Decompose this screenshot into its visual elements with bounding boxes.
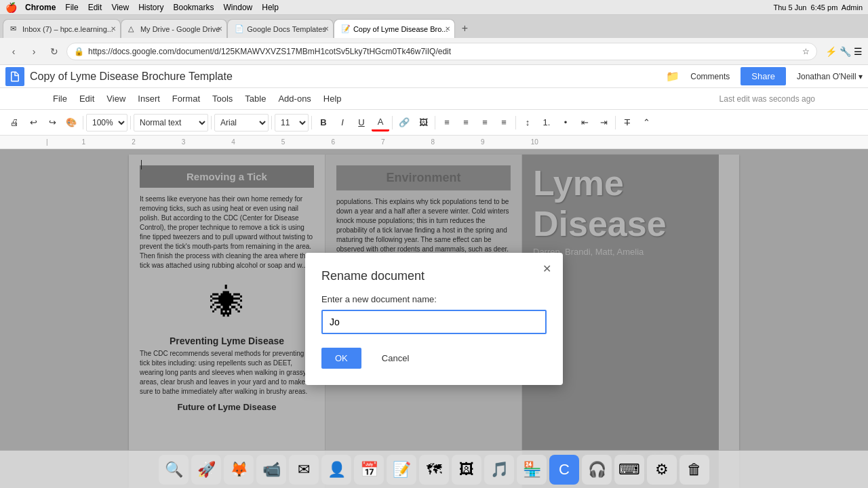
zoom-select[interactable]: 100% (86, 114, 127, 131)
modal-ok-button[interactable]: OK (321, 348, 361, 369)
doc-title[interactable]: Copy of Lyme Disease Brochure Template (30, 70, 660, 83)
mac-menu-history[interactable]: History (138, 3, 163, 12)
dock-system-prefs[interactable]: ⚙ (647, 455, 677, 485)
chrome-toolbar-icons: ⚡ 🔧 ☰ (825, 46, 863, 57)
paint-format-button[interactable]: 🎨 (62, 114, 80, 131)
dock-chrome[interactable]: C (549, 455, 579, 485)
modal-close-button[interactable]: ✕ (538, 261, 555, 277)
link-button[interactable]: 🔗 (395, 114, 413, 131)
mac-menu-bookmarks[interactable]: Bookmarks (174, 3, 214, 12)
fontsize-select[interactable]: 11 (275, 114, 309, 131)
dock-firefox[interactable]: 🦊 (224, 455, 254, 485)
forward-button[interactable]: › (26, 43, 42, 60)
extension-icon-2[interactable]: 🔧 (840, 46, 851, 57)
star-icon[interactable]: ☆ (802, 47, 810, 56)
back-button[interactable]: ‹ (5, 43, 22, 60)
menu-edit[interactable]: Edit (74, 91, 100, 106)
divider-7 (435, 116, 435, 129)
align-right-button[interactable]: ≡ (476, 114, 494, 131)
bold-button[interactable]: B (315, 114, 332, 131)
tab-drive[interactable]: △ My Drive - Google Drive ✕ (121, 19, 227, 38)
dock-terminal[interactable]: ⌨ (614, 455, 644, 485)
underline-button[interactable]: U (353, 114, 370, 131)
rename-input[interactable] (321, 310, 547, 334)
menu-insert[interactable]: Insert (132, 91, 165, 106)
dock-facetime[interactable]: 📹 (256, 455, 286, 485)
dock-music[interactable]: 🎵 (484, 455, 514, 485)
dock-mail[interactable]: ✉ (289, 455, 319, 485)
tab-gmail-label: Inbox (7) – hpc.e.learning... (22, 25, 113, 33)
dock-notes[interactable]: 📝 (387, 455, 416, 485)
indent-decrease-button[interactable]: ⇤ (576, 114, 593, 131)
clear-format-button[interactable]: T̶ (618, 114, 636, 131)
gdocs-logo (5, 67, 24, 86)
ul-button[interactable]: • (557, 114, 574, 131)
tab-templates-close[interactable]: ✕ (323, 25, 329, 33)
dock-launchpad[interactable]: 🚀 (191, 455, 221, 485)
ruler-marker-1: 1 (82, 138, 86, 146)
print-button[interactable]: 🖨 (5, 114, 23, 131)
apple-menu[interactable]: 🍎 (5, 2, 17, 13)
refresh-button[interactable]: ↻ (46, 43, 62, 60)
tab-drive-close[interactable]: ✕ (217, 25, 222, 33)
tab-templates-label: Google Docs Templates (247, 25, 326, 33)
mac-menu-edit[interactable]: Edit (88, 3, 102, 12)
comments-button[interactable]: Comments (685, 69, 735, 84)
mac-menu-chrome[interactable]: Chrome (25, 3, 56, 12)
menu-help[interactable]: Help (318, 91, 347, 106)
divider-2 (130, 116, 131, 129)
menu-addons[interactable]: Add-ons (273, 91, 316, 106)
align-justify-button[interactable]: ≡ (495, 114, 513, 131)
ruler-marker-10: 10 (531, 138, 538, 146)
ol-button[interactable]: 1. (538, 114, 555, 131)
menu-tools[interactable]: Tools (207, 91, 238, 106)
align-left-button[interactable]: ≡ (438, 114, 456, 131)
dock-calendar[interactable]: 📅 (354, 455, 384, 485)
tab-gmail[interactable]: ✉ Inbox (7) – hpc.e.learning... ✕ (3, 19, 121, 38)
indent-increase-button[interactable]: ⇥ (595, 114, 612, 131)
menu-format[interactable]: Format (167, 91, 205, 106)
ruler-marker-0: | (46, 138, 48, 146)
mac-menu-help[interactable]: Help (262, 3, 279, 12)
italic-button[interactable]: I (334, 114, 351, 131)
divider-4 (271, 116, 272, 129)
collapse-button[interactable]: ⌃ (637, 114, 655, 131)
tab-doc[interactable]: 📝 Copy of Lyme Disease Bro... ✕ (334, 19, 456, 38)
font-select[interactable]: Arial (214, 114, 269, 131)
text-color-button[interactable]: A (372, 114, 389, 131)
menu-file[interactable]: File (47, 91, 73, 106)
chrome-addressbar: ‹ › ↻ 🔒 https://docs.google.com/document… (0, 38, 868, 65)
modal-title: Rename document (321, 269, 547, 283)
dock-spotify[interactable]: 🎧 (582, 455, 612, 485)
dock-contacts[interactable]: 👤 (321, 455, 351, 485)
dock-photos[interactable]: 🖼 (452, 455, 481, 485)
mac-menu-window[interactable]: Window (224, 3, 253, 12)
undo-button[interactable]: ↩ (24, 114, 42, 131)
share-button[interactable]: Share (741, 67, 786, 85)
modal-cancel-button[interactable]: Cancel (368, 348, 422, 369)
line-spacing-button[interactable]: ↕ (519, 114, 536, 131)
dock-appstore[interactable]: 🏪 (517, 455, 547, 485)
ruler-marker-6: 6 (331, 138, 335, 146)
tab-doc-close[interactable]: ✕ (445, 25, 450, 33)
dock-finder[interactable]: 🔍 (159, 455, 189, 485)
chrome-menu-icon[interactable]: ☰ (854, 46, 863, 57)
image-button[interactable]: 🖼 (414, 114, 432, 131)
folder-icon[interactable]: 📁 (666, 70, 679, 83)
menu-table[interactable]: Table (239, 91, 271, 106)
tab-gmail-close[interactable]: ✕ (111, 25, 116, 33)
align-center-button[interactable]: ≡ (457, 114, 475, 131)
menu-view[interactable]: View (101, 91, 131, 106)
user-account[interactable]: Jonathan O'Neill ▾ (797, 72, 863, 81)
dock-trash[interactable]: 🗑 (679, 455, 709, 485)
dock-maps[interactable]: 🗺 (419, 455, 449, 485)
tab-templates[interactable]: 📄 Google Docs Templates ✕ (227, 19, 334, 38)
mac-menu-view[interactable]: View (111, 3, 129, 12)
mac-menu-file[interactable]: File (65, 3, 78, 12)
redo-button[interactable]: ↪ (43, 114, 61, 131)
divider-6 (392, 116, 393, 129)
address-bar[interactable]: 🔒 https://docs.google.com/document/d/125… (66, 43, 817, 60)
extension-icon-1[interactable]: ⚡ (825, 46, 837, 57)
new-tab-button[interactable]: + (455, 19, 474, 38)
style-select[interactable]: Normal text (134, 114, 208, 131)
